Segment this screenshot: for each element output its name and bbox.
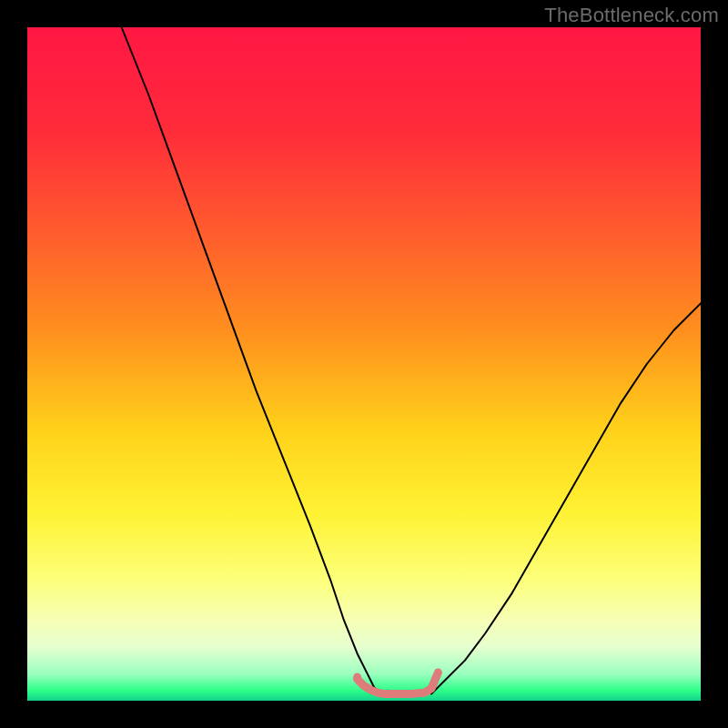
watermark-text: TheBottleneck.com [544,4,719,27]
chart-plot-area [27,27,701,701]
gradient-background [27,27,701,701]
chart-frame: TheBottleneck.com [0,0,728,728]
marker-left-dot [353,673,361,682]
chart-svg [27,27,701,701]
marker-layer [353,673,361,682]
